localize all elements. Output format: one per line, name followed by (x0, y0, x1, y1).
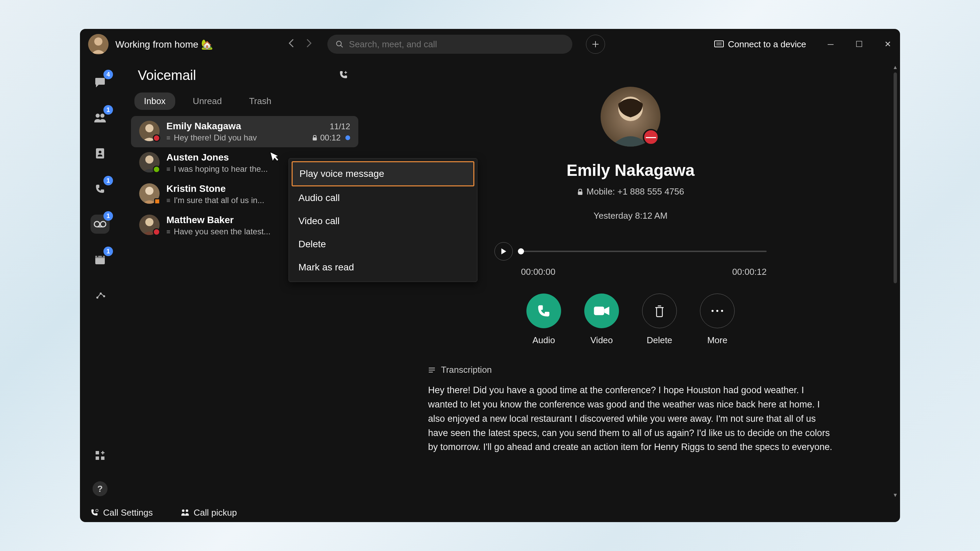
svg-rect-31 (313, 137, 317, 140)
contact-avatar (139, 183, 159, 204)
playback-slider[interactable] (521, 251, 767, 252)
audio-call-button[interactable]: Audio (527, 294, 561, 346)
svg-point-37 (145, 218, 153, 226)
menu-delete[interactable]: Delete (292, 233, 474, 256)
transcription-text: Hey there! Did you have a good time at t… (428, 383, 833, 454)
apps-icon (95, 450, 105, 460)
video-call-button[interactable]: Video (584, 294, 619, 346)
left-rail: 4 1 1 1 1 (80, 60, 120, 503)
contact-avatar (139, 121, 159, 141)
more-button[interactable]: More (700, 294, 735, 346)
presence-indicator (154, 198, 160, 205)
tab-unread[interactable]: Unread (183, 92, 231, 110)
panel-title: Voicemail (138, 68, 196, 83)
rail-insights[interactable] (91, 285, 110, 305)
voicemail-duration: 00:12 (312, 133, 350, 143)
rail-voicemail[interactable]: 1 (91, 214, 110, 233)
title-bar: Working from home 🏡 Connect to a device … (80, 29, 900, 60)
nav-back-button[interactable] (288, 38, 295, 50)
nav-forward-button[interactable] (305, 38, 312, 50)
voicemail-icon (93, 220, 107, 229)
footer-bar: Call Settings Call pickup (80, 503, 900, 522)
search-box[interactable] (327, 35, 572, 54)
app-window: Working from home 🏡 Connect to a device … (80, 29, 900, 522)
call-pickup-link[interactable]: Call pickup (180, 508, 237, 518)
menu-play-voice-message[interactable]: Play voice message (292, 161, 474, 186)
svg-point-13 (100, 221, 106, 227)
presence-indicator (153, 166, 160, 173)
contact-name: Austen Jones (166, 152, 229, 163)
close-button[interactable]: ✕ (884, 40, 892, 49)
svg-rect-41 (594, 307, 605, 315)
call-settings-link[interactable]: Call Settings (90, 508, 153, 518)
profile-name: Emily Nakagawa (566, 161, 695, 179)
lock-icon (312, 135, 318, 141)
presence-indicator: — (643, 129, 659, 145)
rail-calendar[interactable]: 1 (91, 250, 110, 269)
slider-thumb[interactable] (518, 248, 524, 254)
user-avatar[interactable] (88, 34, 108, 54)
contact-name: Emily Nakagawa (166, 121, 241, 132)
rail-community[interactable]: 1 (91, 108, 110, 127)
total-time: 00:00:12 (732, 267, 767, 277)
menu-mark-as-read[interactable]: Mark as read (292, 256, 474, 279)
action-row: Audio Video Delete (527, 294, 735, 346)
tab-inbox[interactable]: Inbox (134, 92, 175, 110)
svg-point-1 (94, 37, 102, 46)
unread-indicator (345, 135, 350, 140)
menu-video-call[interactable]: Video call (292, 210, 474, 233)
rail-apps[interactable] (91, 446, 110, 465)
delete-button[interactable]: Delete (642, 294, 677, 346)
maximize-button[interactable]: ☐ (855, 40, 863, 49)
menu-audio-call[interactable]: Audio call (292, 186, 474, 210)
profile-avatar[interactable]: — (601, 87, 660, 147)
svg-line-3 (340, 45, 343, 47)
voicemail-list-panel: Voicemail Inbox Unread Trash (120, 60, 361, 503)
svg-point-49 (182, 510, 185, 512)
calls-badge: 1 (103, 176, 113, 185)
elapsed-time: 00:00:00 (521, 267, 555, 277)
calendar-badge: 1 (103, 246, 113, 256)
help-icon: ? (97, 484, 103, 494)
svg-point-8 (95, 114, 100, 118)
search-input[interactable] (349, 39, 564, 50)
presence-status-text[interactable]: Working from home 🏡 (115, 39, 213, 50)
contact-avatar (139, 152, 159, 172)
chat-icon (94, 76, 106, 89)
scrollbar[interactable]: ▲ ▼ (892, 64, 899, 498)
connect-device-button[interactable]: Connect to a device (714, 39, 806, 50)
voicemail-item[interactable]: Emily Nakagawa 11/12 Hey there! Did you … (131, 116, 358, 147)
phone-icon (95, 183, 105, 194)
phone-icon (536, 303, 551, 318)
new-meet-button[interactable] (586, 35, 605, 54)
more-icon (711, 309, 724, 313)
voicemail-preview: I was hoping to hear the... (166, 164, 268, 174)
voicemail-timestamp: Yesterday 8:12 AM (593, 211, 667, 221)
make-call-button[interactable] (339, 70, 349, 81)
voicemail-badge: 1 (103, 211, 113, 221)
rail-help[interactable]: ? (92, 481, 108, 496)
voicemail-preview: Hey there! Did you hav (166, 133, 257, 143)
tab-row: Inbox Unread Trash (128, 92, 361, 110)
svg-point-42 (711, 310, 714, 312)
contact-name: Kristin Stone (166, 183, 226, 194)
rail-chat[interactable]: 4 (91, 73, 110, 92)
minimize-button[interactable]: ─ (827, 40, 835, 49)
voicemail-preview: Have you seen the latest... (166, 227, 270, 237)
trash-icon (654, 304, 665, 318)
rail-contacts[interactable] (91, 144, 110, 163)
play-button[interactable] (495, 242, 513, 260)
call-pickup-icon (180, 508, 189, 517)
video-icon (593, 305, 610, 317)
svg-rect-24 (101, 456, 105, 460)
voicemail-date: 11/12 (330, 122, 350, 131)
voicemail-preview: I'm sure that all of us in... (166, 195, 264, 205)
svg-point-2 (337, 41, 341, 46)
search-icon (336, 40, 344, 48)
playback-row (495, 242, 767, 260)
transcription-section: Transcription Hey there! Did you have a … (428, 365, 833, 454)
rail-calls[interactable]: 1 (91, 179, 110, 198)
device-icon (714, 40, 724, 48)
tab-trash[interactable]: Trash (240, 92, 281, 110)
contact-name: Matthew Baker (166, 214, 234, 225)
